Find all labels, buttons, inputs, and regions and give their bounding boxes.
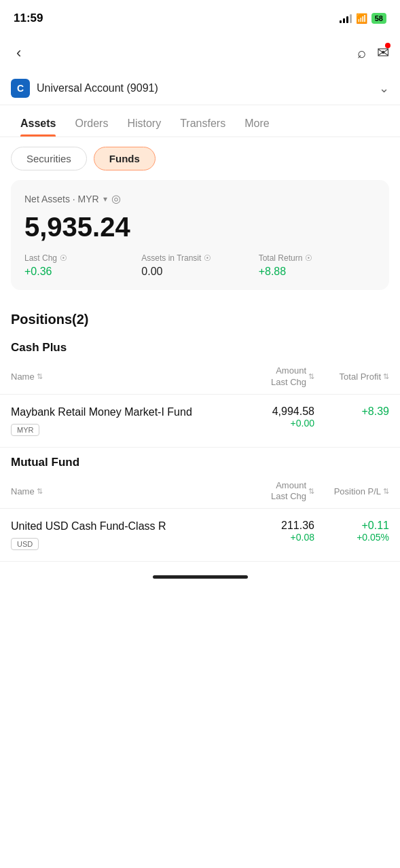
fund-name: Maybank Retail Money Market-I Fund bbox=[11, 405, 226, 420]
cash-plus-table-header: Name ⇅ AmountLast Chg ⇅ Total Profit ⇅ bbox=[0, 360, 400, 395]
account-selector[interactable]: C Universal Account (9091) ⌄ bbox=[0, 72, 400, 105]
fund-profit-united: +0.11 bbox=[314, 520, 389, 532]
status-bar: 11:59 📶 58 bbox=[0, 0, 400, 34]
nav-bar: ‹ ⌕ ✉ bbox=[0, 34, 400, 72]
total-return-label: Total Return ☉ bbox=[259, 253, 376, 263]
last-chg-info-icon: ☉ bbox=[60, 253, 67, 263]
back-button[interactable]: ‹ bbox=[11, 41, 26, 65]
fund-last-chg-united: +0.08 bbox=[226, 532, 314, 543]
net-assets-text: Net Assets · MYR bbox=[24, 194, 99, 204]
col-amount-mf: AmountLast Chg ⇅ bbox=[226, 480, 314, 503]
visibility-icon[interactable]: ◎ bbox=[111, 192, 121, 205]
status-time: 11:59 bbox=[14, 12, 43, 25]
fund-name-col-united: United USD Cash Fund-Class R USD bbox=[11, 520, 226, 550]
amount-sort-icon-mf[interactable]: ⇅ bbox=[308, 487, 314, 496]
fund-amount-col-united: 211.36 +0.08 bbox=[226, 520, 314, 543]
account-logo: C bbox=[11, 79, 30, 98]
tab-orders[interactable]: Orders bbox=[65, 111, 117, 137]
tab-history[interactable]: History bbox=[117, 111, 170, 137]
mail-badge bbox=[385, 43, 390, 48]
col-total-profit: Total Profit ⇅ bbox=[314, 372, 389, 382]
last-chg-stat: Last Chg ☉ +0.36 bbox=[24, 253, 141, 278]
fund-name-col: Maybank Retail Money Market-I Fund MYR bbox=[11, 405, 226, 436]
name-sort-icon-mf[interactable]: ⇅ bbox=[37, 487, 43, 496]
nav-actions: ⌕ ✉ bbox=[357, 44, 389, 62]
transit-info-icon: ☉ bbox=[204, 253, 211, 263]
name-sort-icon[interactable]: ⇅ bbox=[37, 372, 43, 381]
fund-row-inner-united: United USD Cash Fund-Class R USD 211.36 … bbox=[11, 520, 389, 550]
fund-row-maybank[interactable]: Maybank Retail Money Market-I Fund MYR 4… bbox=[0, 395, 400, 448]
main-tabs: Assets Orders History Transfers More bbox=[0, 105, 400, 137]
assets-in-transit-value: 0.00 bbox=[141, 266, 258, 278]
col-position-pl: Position P/L ⇅ bbox=[314, 486, 389, 496]
fund-profit-col-united: +0.11 +0.05% bbox=[314, 520, 389, 543]
home-indicator bbox=[0, 562, 400, 587]
fund-currency-badge: MYR bbox=[11, 424, 39, 436]
fund-name-united: United USD Cash Fund-Class R bbox=[11, 520, 226, 534]
home-bar bbox=[153, 575, 248, 579]
subtab-funds[interactable]: Funds bbox=[94, 147, 156, 170]
assets-stats: Last Chg ☉ +0.36 Assets in Transit ☉ 0.0… bbox=[24, 253, 376, 278]
wifi-icon: 📶 bbox=[356, 13, 367, 24]
pl-sort-icon[interactable]: ⇅ bbox=[383, 487, 389, 496]
chevron-down-icon: ⌄ bbox=[379, 81, 389, 96]
last-chg-value: +0.36 bbox=[24, 266, 141, 278]
col-name: Name ⇅ bbox=[11, 372, 226, 382]
currency-dropdown-icon[interactable]: ▾ bbox=[103, 194, 107, 204]
account-name: Universal Account (9091) bbox=[37, 82, 379, 94]
assets-in-transit-label: Assets in Transit ☉ bbox=[141, 253, 258, 263]
last-chg-label: Last Chg ☉ bbox=[24, 253, 141, 263]
fund-last-chg: +0.00 bbox=[226, 418, 314, 429]
positions-header: Positions(2) bbox=[0, 301, 400, 333]
assets-card: Net Assets · MYR ▾ ◎ 5,935.24 Last Chg ☉… bbox=[11, 180, 389, 290]
section-title-cash-plus: Cash Plus bbox=[0, 333, 400, 360]
profit-sort-icon[interactable]: ⇅ bbox=[383, 372, 389, 381]
fund-row-united[interactable]: United USD Cash Fund-Class R USD 211.36 … bbox=[0, 509, 400, 562]
assets-value: 5,935.24 bbox=[24, 212, 376, 242]
tab-more[interactable]: More bbox=[235, 111, 278, 137]
fund-amount-col: 4,994.58 +0.00 bbox=[226, 405, 314, 429]
search-button[interactable]: ⌕ bbox=[357, 44, 366, 62]
tab-assets[interactable]: Assets bbox=[11, 111, 65, 137]
col-name-mf: Name ⇅ bbox=[11, 486, 226, 496]
fund-amount-united: 211.36 bbox=[226, 520, 314, 532]
signal-icon bbox=[340, 14, 352, 23]
sub-tabs: Securities Funds bbox=[0, 137, 400, 180]
subtab-securities[interactable]: Securities bbox=[11, 147, 87, 170]
assets-label: Net Assets · MYR ▾ ◎ bbox=[24, 192, 376, 205]
mail-button[interactable]: ✉ bbox=[377, 44, 389, 62]
fund-row-inner: Maybank Retail Money Market-I Fund MYR 4… bbox=[11, 405, 389, 436]
total-return-value: +8.88 bbox=[259, 266, 376, 278]
amount-sort-icon[interactable]: ⇅ bbox=[308, 372, 314, 381]
assets-in-transit-stat: Assets in Transit ☉ 0.00 bbox=[141, 253, 258, 278]
fund-profit: +8.39 bbox=[314, 405, 389, 418]
fund-profit-col: +8.39 bbox=[314, 405, 389, 418]
status-icons: 📶 58 bbox=[340, 13, 386, 24]
section-title-mutual-fund: Mutual Fund bbox=[0, 448, 400, 475]
mutual-fund-table-header: Name ⇅ AmountLast Chg ⇅ Position P/L ⇅ bbox=[0, 475, 400, 509]
fund-pnl-pct: +0.05% bbox=[314, 532, 389, 543]
total-return-stat: Total Return ☉ +8.88 bbox=[259, 253, 376, 278]
tab-transfers[interactable]: Transfers bbox=[170, 111, 235, 137]
fund-currency-badge-usd: USD bbox=[11, 538, 39, 550]
battery-indicator: 58 bbox=[371, 13, 386, 24]
fund-amount: 4,994.58 bbox=[226, 405, 314, 418]
return-info-icon: ☉ bbox=[305, 253, 312, 263]
col-amount: AmountLast Chg ⇅ bbox=[226, 365, 314, 388]
